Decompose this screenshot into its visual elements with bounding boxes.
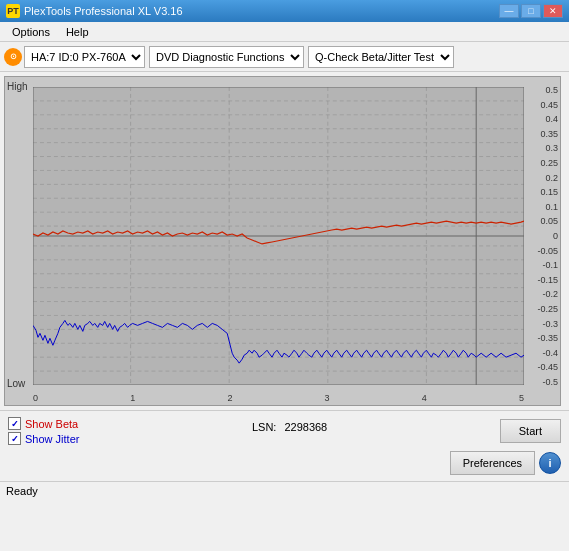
bottom-panel: ✓ Show Beta ✓ Show Jitter LSN: 2298368 S…	[0, 410, 569, 481]
checkboxes-group: ✓ Show Beta ✓ Show Jitter	[8, 417, 79, 447]
chart-low-label: Low	[7, 378, 25, 389]
show-jitter-checkbox[interactable]: ✓	[8, 432, 21, 445]
chart-high-label: High	[7, 81, 28, 92]
drive-icon: ⊙	[4, 48, 22, 66]
main-content: High Low	[0, 72, 569, 410]
function-select[interactable]: DVD Diagnostic Functions	[149, 46, 304, 68]
lsn-group: LSN: 2298368	[252, 421, 327, 433]
drive-select[interactable]: HA:7 ID:0 PX-760A	[24, 46, 145, 68]
show-beta-label[interactable]: Show Beta	[25, 418, 78, 430]
window-controls: — □ ✕	[499, 4, 563, 18]
info-button[interactable]: i	[539, 452, 561, 474]
minimize-button[interactable]: —	[499, 4, 519, 18]
lsn-value: 2298368	[284, 421, 327, 433]
chart-svg	[33, 87, 524, 385]
x-axis-labels: 0 1 2 3 4 5	[33, 393, 524, 403]
test-select[interactable]: Q-Check Beta/Jitter Test	[308, 46, 454, 68]
preferences-row: Preferences i	[8, 451, 561, 475]
chart-container: High Low	[4, 76, 561, 406]
preferences-button[interactable]: Preferences	[450, 451, 535, 475]
toolbar: ⊙ HA:7 ID:0 PX-760A DVD Diagnostic Funct…	[0, 42, 569, 72]
start-button-group: Start	[500, 417, 561, 443]
lsn-label: LSN:	[252, 421, 276, 433]
close-button[interactable]: ✕	[543, 4, 563, 18]
maximize-button[interactable]: □	[521, 4, 541, 18]
menu-options[interactable]: Options	[4, 24, 58, 40]
status-bar: Ready	[0, 481, 569, 499]
menu-bar: Options Help	[0, 22, 569, 42]
app-icon: PT	[6, 4, 20, 18]
drive-selector-group: ⊙ HA:7 ID:0 PX-760A	[4, 46, 145, 68]
start-button[interactable]: Start	[500, 419, 561, 443]
menu-help[interactable]: Help	[58, 24, 97, 40]
status-text: Ready	[6, 485, 38, 497]
show-jitter-label[interactable]: Show Jitter	[25, 433, 79, 445]
title-bar: PT PlexTools Professional XL V3.16 — □ ✕	[0, 0, 569, 22]
show-beta-item: ✓ Show Beta	[8, 417, 79, 430]
show-beta-checkbox[interactable]: ✓	[8, 417, 21, 430]
y-axis-labels: 0.5 0.45 0.4 0.35 0.3 0.25 0.2 0.15 0.1 …	[537, 85, 558, 387]
show-jitter-item: ✓ Show Jitter	[8, 432, 79, 445]
window-title: PlexTools Professional XL V3.16	[24, 5, 499, 17]
